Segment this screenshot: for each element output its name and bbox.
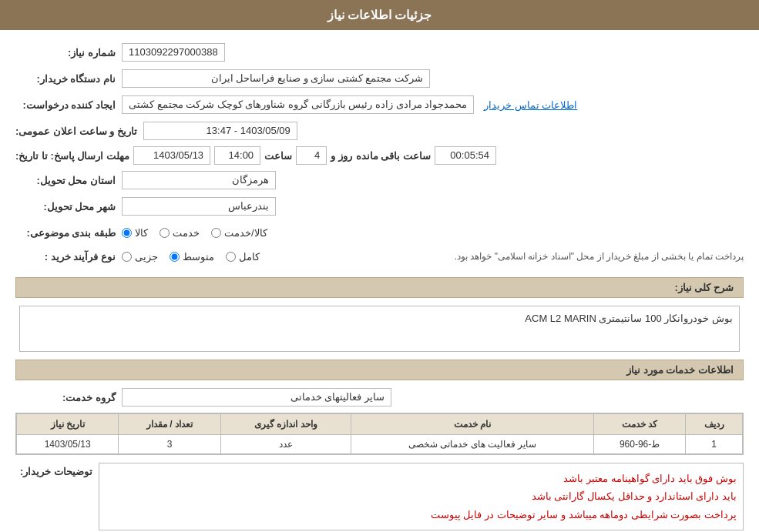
col-unit: واحد اندازه گیری (220, 414, 351, 435)
purchase-type-medium-label: متوسط (183, 251, 214, 263)
cell-code: ط-96-960 (593, 435, 685, 454)
buyer-notes-line3: پرداخت بصورت شرایطی دوماهه میباشد و سایر… (106, 506, 737, 524)
days-label: روز و (331, 150, 352, 162)
purchase-type-medium-radio[interactable] (170, 252, 180, 262)
announce-datetime-value: 1403/05/09 - 13:47 (143, 122, 297, 140)
col-code: کد خدمت (593, 414, 685, 435)
province-value: هرمزگان (122, 171, 276, 189)
page-title: جزئیات اطلاعات نیاز (0, 0, 759, 30)
category-kala-khidmat-label: کالا/خدمت (224, 227, 267, 239)
response-deadline-label: مهلت ارسال پاسخ: تا تاریخ: (15, 150, 129, 162)
time-remaining-value: 00:05:54 (435, 146, 496, 165)
category-khidmat[interactable]: خدمت (160, 227, 200, 239)
purchase-type-partial[interactable]: جزیی (122, 251, 158, 263)
purchase-type-label: نوع فرآیند خرید : (15, 251, 116, 263)
purchase-type-partial-label: جزیی (135, 251, 158, 263)
buyer-org-value: شرکت مجتمع کشتی سازی و صنایع فراساحل ایر… (122, 69, 430, 88)
services-section-title: اطلاعات خدمات مورد نیاز (15, 360, 744, 380)
announce-datetime-label: تاریخ و ساعت اعلان عمومی: (15, 125, 137, 137)
purchase-type-full-radio[interactable] (226, 252, 236, 262)
need-number-label: شماره نیاز: (15, 47, 116, 59)
cell-qty: 3 (119, 435, 220, 454)
need-description-value: بوش خودروانکار 100 سانتیمتری ACM L2 MARI… (19, 306, 740, 352)
purchase-type-full-label: کامل (239, 251, 260, 263)
purchase-type-note: پرداخت تمام یا بخشی از مبلغ خریدار از مح… (274, 251, 744, 262)
cell-unit: عدد (220, 435, 351, 454)
services-table: ردیف کد خدمت نام خدمت واحد اندازه گیری ت… (16, 413, 743, 454)
category-kala-khidmat[interactable]: کالا/خدمت (211, 227, 267, 239)
category-khidmat-label: خدمت (173, 227, 200, 239)
buyer-notes-line1: بوش فوق باید دارای گواهینامه معتبر باشد (106, 470, 737, 487)
col-name: نام خدمت (351, 414, 594, 435)
need-number-value: 1103092297000388 (122, 43, 225, 62)
purchase-type-full[interactable]: کامل (226, 251, 260, 263)
category-kala-label: کالا (135, 227, 148, 239)
table-row: 1ط-96-960سایر فعالیت های خدماتی شخصیعدد3… (17, 435, 743, 454)
need-description-section-title: شرح کلی نیاز: (15, 277, 744, 298)
buyer-notes-line2: باید دارای استاندارد و حداقل یکسال گاران… (106, 487, 737, 505)
response-time-label: ساعت (264, 150, 292, 162)
category-radio-group: کالا/خدمت خدمت کالا (122, 227, 267, 239)
cell-date: 1403/05/13 (17, 435, 119, 454)
category-label: طبقه بندی موضوعی: (15, 227, 116, 239)
time-remaining-label: ساعت باقی مانده (356, 150, 431, 162)
contact-info-link[interactable]: اطلاعات تماس خریدار (484, 99, 577, 111)
buyer-notes-box: بوش فوق باید دارای گواهینامه معتبر باشد … (99, 463, 744, 530)
response-time-value: 14:00 (214, 146, 260, 165)
cell-name: سایر فعالیت های خدماتی شخصی (351, 435, 594, 454)
col-qty: تعداد / مقدار (119, 414, 220, 435)
buyer-org-label: نام دستگاه خریدار: (15, 73, 116, 85)
service-group-label: گروه خدمت: (15, 392, 116, 403)
creator-value: محمدجواد مرادی زاده رئیس بازرگانی گروه ش… (122, 95, 474, 114)
city-label: شهر محل تحویل: (15, 201, 116, 212)
col-row: ردیف (686, 414, 743, 435)
col-date: تاریخ نیاز (17, 414, 119, 435)
category-khidmat-radio[interactable] (160, 228, 170, 238)
category-kala-khidmat-radio[interactable] (211, 228, 221, 238)
purchase-type-medium[interactable]: متوسط (170, 251, 214, 263)
response-days-value: 4 (296, 146, 327, 165)
cell-row: 1 (686, 435, 743, 454)
category-kala[interactable]: کالا (122, 227, 148, 239)
purchase-type-radio-group: کامل متوسط جزیی (122, 251, 260, 263)
purchase-type-partial-radio[interactable] (122, 252, 132, 262)
city-value: بندرعباس (122, 197, 276, 216)
creator-label: ایجاد کننده درخواست: (15, 99, 116, 111)
category-kala-radio[interactable] (122, 228, 132, 238)
response-date-value: 1403/05/13 (133, 146, 210, 165)
buyer-notes-section: بوش فوق باید دارای گواهینامه معتبر باشد … (15, 463, 744, 530)
province-label: استان محل تحویل: (15, 175, 116, 186)
service-group-value: سایر فعالیتهای خدماتی (122, 388, 391, 407)
services-table-container: ردیف کد خدمت نام خدمت واحد اندازه گیری ت… (15, 413, 744, 455)
buyer-notes-label: توضیحات خریدار: (15, 463, 92, 477)
